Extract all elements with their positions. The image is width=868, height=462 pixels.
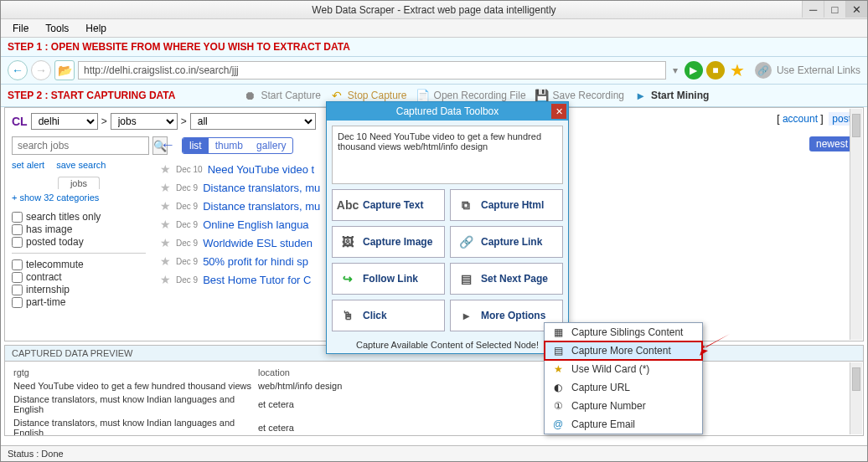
filter-has-image[interactable]: has image <box>12 223 146 235</box>
star-icon[interactable]: ★ <box>160 273 171 286</box>
modal-footer: Capture Available Content of Selected No… <box>327 336 568 353</box>
record-icon: ⏺ <box>242 88 257 103</box>
menu-bar: File Tools Help <box>1 19 867 38</box>
table-row: Distance translators, must know Indian l… <box>13 393 855 415</box>
play-icon: ▸ <box>633 88 648 103</box>
preview-panel: CAPTURED DATA PREVIEW rgtglocation Need … <box>4 345 864 436</box>
account-links: [ account ] post <box>777 113 855 125</box>
step1-label: STEP 1 : OPEN WEBSITE FROM WHERE YOU WIS… <box>1 38 867 57</box>
filter-contract[interactable]: contract <box>12 271 146 283</box>
capture-link-button[interactable]: 🔗Capture Link <box>450 226 563 258</box>
modal-title: Captured Data Toolbox ✕ <box>327 102 568 121</box>
filter-part-time[interactable]: part-time <box>12 296 146 308</box>
step2-label: STEP 2 : START CAPTURING DATA <box>8 90 175 101</box>
ctx-capture-email[interactable]: @Capture Email <box>545 415 702 434</box>
forward-button[interactable]: → <box>31 60 51 80</box>
go-button[interactable]: ▶ <box>685 61 703 80</box>
ctx-capture-siblings[interactable]: ▦Capture Siblings Content <box>545 323 702 341</box>
number-icon: ① <box>551 400 565 412</box>
search-input[interactable] <box>12 136 149 155</box>
jobs-tab[interactable]: jobs <box>58 177 100 189</box>
capture-image-button[interactable]: 🖼Capture Image <box>332 226 445 258</box>
capture-html-button[interactable]: ⧉Capture Html <box>450 189 563 221</box>
window-title: Web Data Scraper - Extract web page data… <box>312 4 555 16</box>
captured-data-toolbox: Captured Data Toolbox ✕ Dec 10 Need YouT… <box>326 101 569 354</box>
view-tabs: list thumb gallery <box>182 137 293 154</box>
link-icon: 🔗 <box>457 234 474 250</box>
city-select[interactable]: delhi <box>31 113 98 130</box>
star-icon[interactable]: ★ <box>160 162 171 176</box>
arrow-icon: ↪ <box>339 270 356 287</box>
email-icon: @ <box>551 418 565 430</box>
star-icon[interactable]: ★ <box>160 218 171 231</box>
table-row: Need YouTube video to get a few hundred … <box>13 380 855 392</box>
start-mining-button[interactable]: ▸Start Mining <box>633 88 709 103</box>
star-icon: ★ <box>551 363 565 375</box>
back-button[interactable]: ← <box>8 60 28 80</box>
external-links-toggle[interactable]: 🔗 Use External Links <box>755 62 860 79</box>
start-capture-button[interactable]: ⏺Start Capture <box>242 88 320 103</box>
maximize-button[interactable]: □ <box>824 1 845 18</box>
open-folder-button[interactable]: 📂 <box>54 60 75 80</box>
click-icon: 🖱 <box>339 307 356 324</box>
ctx-capture-url[interactable]: ◐Capture URL <box>545 378 702 397</box>
modal-close-button[interactable]: ✕ <box>551 104 566 119</box>
view-thumb[interactable]: thumb <box>209 138 250 153</box>
context-menu: ▦Capture Siblings Content ▤Capture More … <box>544 322 703 434</box>
url-icon: ◐ <box>551 382 565 393</box>
page-icon: ▤ <box>457 270 474 287</box>
menu-help[interactable]: Help <box>79 21 113 36</box>
url-dropdown-icon[interactable]: ▾ <box>669 64 681 76</box>
link-icon: 🔗 <box>755 62 772 79</box>
favorite-button[interactable]: ★ <box>728 61 747 80</box>
set-alert-link[interactable]: set alert <box>12 160 44 170</box>
filter-telecommute[interactable]: telecommute <box>12 259 146 270</box>
table-row: Distance translators, must know Indian l… <box>13 417 855 435</box>
minimize-button[interactable]: ─ <box>802 1 824 18</box>
stop-button[interactable]: ■ <box>706 61 725 80</box>
view-gallery[interactable]: gallery <box>250 138 292 153</box>
scrollbar[interactable] <box>850 362 862 434</box>
set-next-page-button[interactable]: ▤Set Next Page <box>450 263 563 295</box>
text-icon: Abc <box>339 197 356 213</box>
html-icon: ⧉ <box>457 197 474 213</box>
external-links-label: Use External Links <box>777 64 860 76</box>
click-button[interactable]: 🖱Click <box>332 300 445 331</box>
star-icon[interactable]: ★ <box>160 236 171 249</box>
captured-text-box: Dec 10 Need YouTube video to get a few h… <box>332 126 563 184</box>
status-bar: Status : Done <box>1 445 867 461</box>
preview-table: rgtglocation Need YouTube video to get a… <box>12 365 856 435</box>
account-link[interactable]: account <box>783 113 818 125</box>
sort-newest[interactable]: newest <box>809 136 855 151</box>
capture-text-button[interactable]: AbcCapture Text <box>332 189 445 221</box>
star-icon[interactable]: ★ <box>160 181 171 194</box>
filter-posted-today[interactable]: posted today <box>12 236 146 248</box>
menu-file[interactable]: File <box>6 21 35 36</box>
nav-bar: ← → 📂 ▾ ▶ ■ ★ 🔗 Use External Links <box>1 57 867 85</box>
save-search-link[interactable]: save search <box>56 160 106 170</box>
subcategory-select[interactable]: all <box>190 113 316 130</box>
siblings-icon: ▦ <box>551 326 565 338</box>
view-list[interactable]: list <box>183 138 209 153</box>
category-select[interactable]: jobs <box>111 113 178 130</box>
title-bar: Web Data Scraper - Extract web page data… <box>1 1 867 19</box>
prev-page-icon[interactable]: ← <box>160 136 175 154</box>
ctx-wildcard[interactable]: ★Use Wild Card (*) <box>545 360 702 378</box>
more-icon: ▸ <box>457 307 474 324</box>
ctx-capture-number[interactable]: ①Capture Number <box>545 397 702 415</box>
filter-internship[interactable]: internship <box>12 284 146 295</box>
menu-tools[interactable]: Tools <box>39 21 75 36</box>
show-categories-link[interactable]: + show 32 categories <box>12 192 146 203</box>
scrollbar[interactable] <box>850 109 862 340</box>
close-button[interactable]: ✕ <box>845 1 867 18</box>
star-icon[interactable]: ★ <box>160 199 171 213</box>
image-icon: 🖼 <box>339 234 356 250</box>
url-input[interactable] <box>78 61 666 80</box>
more-content-icon: ▤ <box>551 345 565 357</box>
cl-logo[interactable]: CL <box>12 115 28 128</box>
star-icon[interactable]: ★ <box>160 254 171 268</box>
follow-link-button[interactable]: ↪Follow Link <box>332 263 445 295</box>
filter-titles-only[interactable]: search titles only <box>12 211 146 223</box>
ctx-capture-more[interactable]: ▤Capture More Content <box>545 341 702 360</box>
sidebar: 🔍 set alert save search jobs + show 32 c… <box>12 136 146 309</box>
